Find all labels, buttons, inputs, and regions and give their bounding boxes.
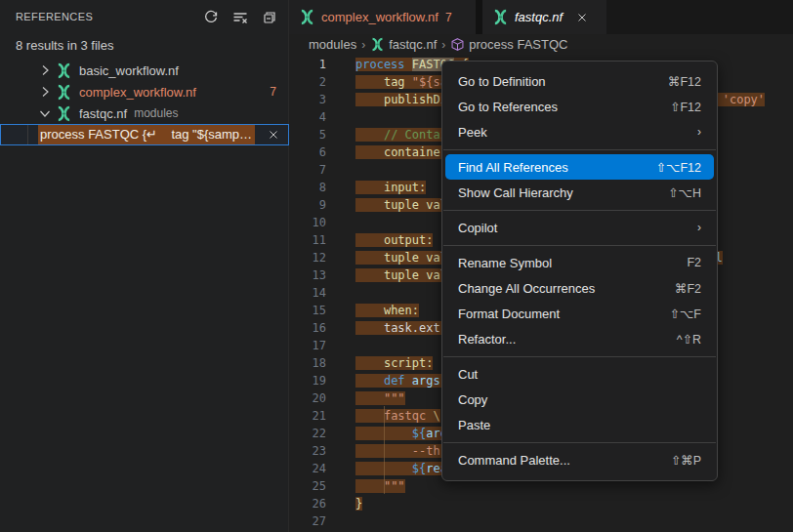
submenu-chevron-icon: › <box>697 221 701 234</box>
menu-item-paste[interactable]: Paste <box>445 412 714 437</box>
menu-item-cut[interactable]: Cut <box>445 361 714 387</box>
menu-item-shortcut: ⇧⌘P <box>671 453 701 468</box>
tab-close-button[interactable] <box>572 8 592 27</box>
reference-result-row[interactable]: process FASTQC {↵ tag "${samp… <box>0 124 289 145</box>
line-number[interactable]: 13 <box>289 266 326 284</box>
collapse-all-button[interactable] <box>259 7 280 28</box>
menu-item-go-to-definition[interactable]: Go to Definition⌘F12 <box>445 68 714 94</box>
tree-indent-guide <box>27 125 28 144</box>
line-number[interactable]: 6 <box>289 143 326 161</box>
menu-item-refactor[interactable]: Refactor...^⇧R <box>445 326 714 351</box>
line-number[interactable]: 4 <box>289 108 326 126</box>
line-number[interactable]: 26 <box>289 495 326 512</box>
menu-item-show-call-hierarchy[interactable]: Show Call Hierarchy⇧⌥H <box>445 180 714 205</box>
line-number[interactable]: 9 <box>289 196 326 214</box>
line-number[interactable]: 25 <box>289 477 326 495</box>
tab-label: fastqc.nf <box>515 10 563 24</box>
breadcrumb-separator: › <box>441 38 445 52</box>
chevron-right-icon <box>37 84 53 100</box>
menu-item-copy[interactable]: Copy <box>445 387 714 412</box>
line-number[interactable]: 5 <box>289 126 326 143</box>
editor-context-menu: Go to Definition⌘F12Go to References⇧F12… <box>441 61 718 481</box>
menu-item-shortcut: ⇧⌥F12 <box>656 160 701 175</box>
dismiss-result-button[interactable] <box>266 127 281 143</box>
menu-item-shortcut: ⇧F12 <box>670 100 701 114</box>
clear-results-button[interactable] <box>230 7 251 28</box>
nextflow-file-icon <box>56 62 72 79</box>
menu-item-label: Peek <box>458 125 697 140</box>
menu-item-label: Format Document <box>458 307 669 321</box>
line-number[interactable]: 18 <box>289 354 326 372</box>
code-line: 27 <box>289 512 793 530</box>
sidebar-header: REFERENCES <box>0 0 288 34</box>
menu-item-label: Change All Occurrences <box>458 281 675 296</box>
menu-item-shortcut: ⌘F12 <box>668 74 701 89</box>
sidebar-title: REFERENCES <box>16 11 93 22</box>
menu-item-label: Cut <box>458 367 701 382</box>
refresh-button[interactable] <box>200 7 222 28</box>
menu-item-label: Refactor... <box>458 332 677 347</box>
breadcrumb-folder[interactable]: modules <box>309 37 356 52</box>
line-number[interactable]: 11 <box>289 231 326 249</box>
line-content: script: <box>355 354 433 372</box>
menu-item-label: Command Palette... <box>458 453 671 468</box>
tab-complex-workflow[interactable]: complex_workflow.nf 7 <box>289 0 476 34</box>
results-tree: basic_workflow.nf complex_workflow.nf7 f… <box>0 60 288 124</box>
menu-separator <box>442 437 717 447</box>
breadcrumb-file[interactable]: fastqc.nf <box>370 37 437 52</box>
line-number[interactable]: 17 <box>289 337 326 354</box>
reference-match-text: process FASTQC {↵ tag "${samp… <box>38 125 255 144</box>
tab-fastqc[interactable]: fastqc.nf <box>482 0 606 34</box>
line-number[interactable]: 2 <box>289 73 326 91</box>
menu-item-format-document[interactable]: Format Document⇧⌥F <box>445 301 714 326</box>
line-number[interactable]: 19 <box>289 372 326 389</box>
breadcrumb-symbol[interactable]: process FASTQC <box>450 37 567 52</box>
symbol-module-icon <box>450 37 465 52</box>
chevron-down-icon <box>37 105 53 121</box>
line-content: fastqc \ <box>355 407 440 425</box>
line-number[interactable]: 7 <box>289 161 326 179</box>
menu-item-label: Rename Symbol <box>458 256 687 270</box>
results-summary: 8 results in 3 files <box>16 38 113 53</box>
menu-item-shortcut: ⇧⌥F <box>669 307 701 321</box>
menu-separator <box>442 351 717 361</box>
line-number[interactable]: 15 <box>289 302 326 319</box>
line-number[interactable]: 16 <box>289 319 326 337</box>
line-number[interactable]: 12 <box>289 249 326 266</box>
line-number[interactable]: 27 <box>289 512 326 530</box>
line-number[interactable]: 3 <box>289 91 326 108</box>
tree-file-row[interactable]: fastqc.nfmodules <box>0 102 288 124</box>
line-number[interactable]: 23 <box>289 442 326 460</box>
line-content: } <box>355 495 362 512</box>
menu-item-change-all-occurrences[interactable]: Change All Occurrences⌘F2 <box>445 275 714 301</box>
line-number[interactable]: 10 <box>289 214 326 231</box>
line-number[interactable]: 1 <box>289 56 326 73</box>
menu-item-rename-symbol[interactable]: Rename SymbolF2 <box>445 250 714 275</box>
menu-item-label: Paste <box>458 418 701 432</box>
tree-file-row[interactable]: complex_workflow.nf7 <box>0 81 288 102</box>
menu-item-go-to-references[interactable]: Go to References⇧F12 <box>445 94 714 119</box>
menu-item-find-all-references[interactable]: Find All References⇧⌥F12 <box>445 154 714 180</box>
line-number[interactable]: 24 <box>289 460 326 477</box>
tab-label: complex_workflow.nf <box>321 10 438 24</box>
menu-item-shortcut: ⇧⌥H <box>668 185 701 200</box>
line-number[interactable]: 22 <box>289 425 326 442</box>
line-number[interactable]: 14 <box>289 284 326 302</box>
breadcrumb-separator: › <box>361 38 365 52</box>
nextflow-file-icon <box>56 84 72 101</box>
menu-item-peek[interactable]: Peek› <box>445 119 714 144</box>
close-icon <box>267 128 280 142</box>
file-description: modules <box>134 106 178 120</box>
indent-guide <box>384 406 385 494</box>
line-content: """ <box>355 389 405 407</box>
line-number[interactable]: 8 <box>289 179 326 196</box>
menu-item-shortcut: ⌘F2 <box>675 281 701 296</box>
menu-item-copilot[interactable]: Copilot› <box>445 215 714 240</box>
menu-item-label: Find All References <box>458 160 656 175</box>
tree-file-row[interactable]: basic_workflow.nf <box>0 60 288 81</box>
tab-separator <box>476 0 482 34</box>
line-number[interactable]: 21 <box>289 407 326 425</box>
line-number[interactable]: 20 <box>289 389 326 407</box>
collapse-all-icon <box>262 10 277 25</box>
menu-item-command-palette[interactable]: Command Palette...⇧⌘P <box>445 447 714 472</box>
